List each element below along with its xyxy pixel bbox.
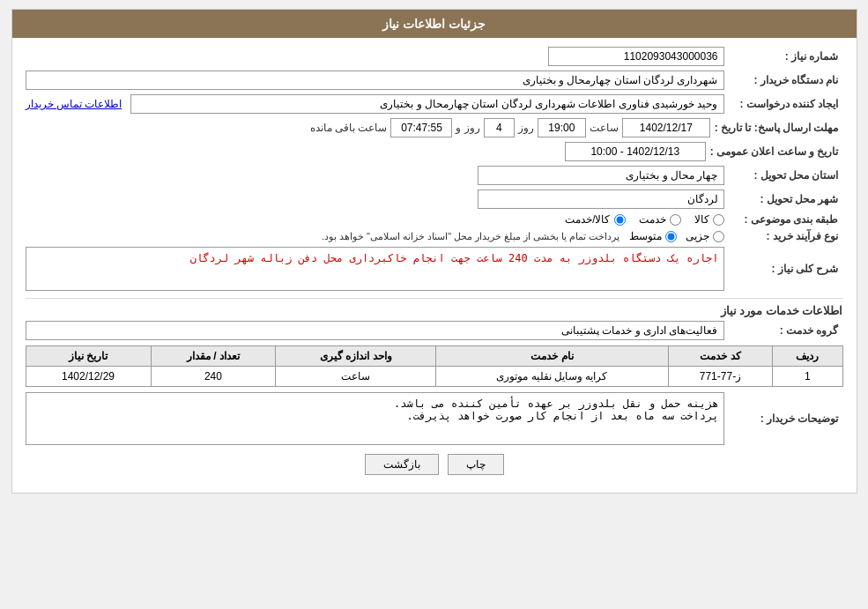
cell-code: ز-77-771: [668, 367, 773, 387]
page-content: شماره نیاز : 1102093043000036 نام دستگاه…: [12, 38, 857, 493]
buyer-name-row: نام دستگاه خریدار : شهرداری لردگان استان…: [26, 71, 843, 90]
creator-value: وحید خورشیدی فناوری اطلاعات شهرداری لردگ…: [130, 94, 723, 114]
reply-date: 1402/12/17: [622, 118, 710, 137]
cell-qty: 240: [151, 367, 276, 387]
delivery-province-row: استان محل تحویل : چهار محال و بختیاری: [26, 166, 843, 185]
subject-both-radio[interactable]: [614, 214, 626, 226]
cell-unit: ساعت: [276, 367, 436, 387]
creator-row: ایجاد کننده درخواست : وحید خورشیدی فناور…: [26, 94, 843, 114]
delivery-city-row: شهر محل تحویل : لردگان: [26, 189, 843, 209]
buyer-notes-textarea[interactable]: [26, 392, 724, 445]
description-label: شرح کلی نیاز :: [729, 263, 843, 275]
subject-label: طبقه بندی موضوعی :: [729, 213, 843, 226]
col-row: ردیف: [773, 346, 842, 367]
delivery-city-label: شهر محل تحویل :: [729, 193, 843, 205]
description-textarea[interactable]: [26, 247, 724, 291]
subject-both-label: کالا/خدمت: [565, 213, 610, 226]
subject-khadamat: خدمت: [639, 213, 681, 226]
service-group-value: فعالیت‌های اداری و خدمات پشتیبانی: [26, 321, 724, 340]
service-group-label: گروه خدمت :: [729, 324, 843, 337]
subject-khadamat-label: خدمت: [639, 213, 666, 226]
reply-counter: 07:47:55: [390, 118, 452, 137]
services-section-title: اطلاعات خدمات مورد نیاز: [26, 298, 843, 317]
buyer-name-value: شهرداری لردگان استان چهارمحال و بختیاری: [26, 71, 724, 90]
purchase-jozii-radio[interactable]: [713, 231, 724, 242]
reply-days: 4: [484, 118, 515, 137]
time-label: ساعت: [590, 122, 619, 134]
subject-kala-label: کالا: [694, 213, 709, 226]
page-title: جزئیات اطلاعات نیاز: [382, 17, 486, 31]
buyer-notes-label: توضیحات خریدار :: [729, 412, 843, 425]
col-unit: واحد اندازه گیری: [276, 346, 436, 367]
need-number-row: شماره نیاز : 1102093043000036: [26, 47, 843, 66]
purchase-motavaset: متوسط: [629, 230, 677, 242]
reply-time: 19:00: [538, 118, 586, 137]
description-row: شرح کلی نیاز :: [26, 247, 843, 291]
service-group-row: گروه خدمت : فعالیت‌های اداری و خدمات پشت…: [26, 321, 843, 340]
main-container: جزئیات اطلاعات نیاز شماره نیاز : 1102093…: [11, 9, 857, 494]
services-table: ردیف کد خدمت نام خدمت واحد اندازه گیری ت…: [26, 345, 843, 387]
col-qty: تعداد / مقدار: [151, 346, 276, 367]
subject-options: کالا خدمت کالا/خدمت: [26, 213, 724, 226]
services-table-container: ردیف کد خدمت نام خدمت واحد اندازه گیری ت…: [26, 345, 843, 387]
cell-date: 1402/12/29: [26, 367, 151, 387]
purchase-motavaset-label: متوسط: [629, 230, 662, 242]
subject-kala: کالا: [694, 213, 724, 226]
creator-label: ایجاد کننده درخواست :: [729, 98, 843, 110]
col-code: کد خدمت: [668, 346, 773, 367]
announcement-row: تاریخ و ساعت اعلان عمومی : 1402/12/13 - …: [26, 142, 843, 161]
purchase-type-row: نوع فرآیند خرید : جزیی متوسط پرداخت تمام…: [26, 230, 843, 242]
reply-deadline-row: مهلت ارسال پاسخ: تا تاریخ : 1402/12/17 س…: [26, 118, 843, 137]
subject-kala-khadamat: کالا/خدمت: [565, 213, 625, 226]
announcement-value: 1402/12/13 - 10:00: [565, 142, 706, 161]
table-row: 1 ز-77-771 کرایه وسایل نقلیه موتوری ساعت…: [26, 367, 842, 387]
purchase-motavaset-radio[interactable]: [665, 231, 677, 242]
print-button[interactable]: چاپ: [448, 454, 504, 475]
subject-khadamat-radio[interactable]: [670, 214, 681, 226]
col-name: نام خدمت: [436, 346, 668, 367]
date-row: 1402/12/17 ساعت 19:00 روز 4 روز و 07:47:…: [26, 118, 710, 137]
col-date: تاریخ نیاز: [26, 346, 151, 367]
buyer-notes-row: توضیحات خریدار :: [26, 392, 843, 445]
subject-row: طبقه بندی موضوعی : کالا خدمت کالا/خدمت: [26, 213, 843, 226]
purchase-jozii-label: جزیی: [686, 230, 709, 242]
days-and-label: روز و: [456, 122, 479, 134]
announcement-label: تاریخ و ساعت اعلان عمومی :: [710, 145, 843, 158]
buyer-name-label: نام دستگاه خریدار :: [729, 74, 843, 86]
purchase-type-label: نوع فرآیند خرید :: [729, 230, 843, 242]
cell-row: 1: [773, 367, 842, 387]
cell-name: کرایه وسایل نقلیه موتوری: [436, 367, 668, 387]
purchase-options-row: جزیی متوسط پرداخت تمام یا بخشی از مبلغ خ…: [26, 230, 724, 242]
buttons-row: چاپ بازگشت: [26, 454, 843, 475]
creator-link[interactable]: اطلاعات تماس خریدار: [26, 98, 122, 110]
reply-deadline-label: مهلت ارسال پاسخ: تا تاریخ :: [715, 122, 843, 134]
page-header: جزئیات اطلاعات نیاز: [12, 10, 857, 38]
subject-kala-radio[interactable]: [713, 214, 724, 226]
need-number-label: شماره نیاز :: [729, 50, 843, 63]
delivery-city-value: لردگان: [478, 189, 724, 209]
days-label: روز: [518, 122, 534, 134]
back-button[interactable]: بازگشت: [365, 454, 439, 475]
purchase-jozii: جزیی: [686, 230, 724, 242]
need-number-value: 1102093043000036: [548, 47, 724, 66]
remaining-label: ساعت باقی مانده: [310, 122, 388, 134]
purchase-desc: پرداخت تمام یا بخشی از مبلغ خریدار محل "…: [26, 231, 620, 242]
delivery-province-value: چهار محال و بختیاری: [478, 166, 724, 185]
delivery-province-label: استان محل تحویل :: [729, 169, 843, 182]
